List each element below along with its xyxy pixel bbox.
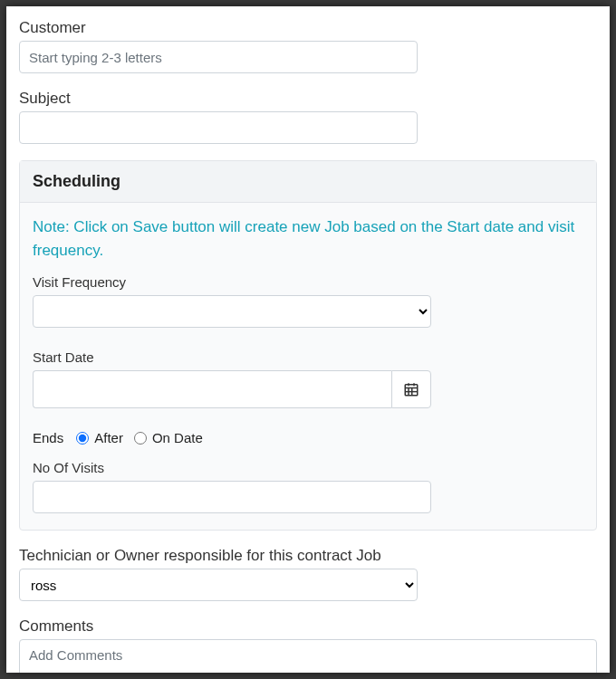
ends-after-label: After	[94, 430, 123, 445]
visit-frequency-label: Visit Frequency	[33, 274, 583, 290]
start-date-label: Start Date	[33, 349, 583, 365]
customer-input[interactable]	[19, 41, 418, 73]
calendar-icon	[403, 381, 419, 397]
technician-select[interactable]: ross	[19, 569, 418, 601]
technician-label: Technician or Owner responsible for this…	[19, 547, 597, 565]
start-date-input[interactable]	[33, 370, 391, 408]
scheduling-panel: Scheduling Note: Click on Save button wi…	[19, 160, 597, 531]
scheduling-note: Note: Click on Save button will create n…	[33, 215, 583, 262]
start-date-picker-button[interactable]	[391, 370, 431, 408]
subject-label: Subject	[19, 90, 597, 108]
comments-label: Comments	[19, 617, 597, 636]
ends-after-radio[interactable]	[76, 432, 89, 445]
scheduling-title: Scheduling	[20, 161, 596, 203]
subject-input[interactable]	[19, 111, 418, 144]
ends-on-date-label: On Date	[152, 430, 203, 445]
ends-label: Ends	[33, 430, 63, 445]
customer-label: Customer	[19, 19, 597, 37]
no-of-visits-label: No Of Visits	[33, 460, 583, 475]
visit-frequency-select[interactable]	[33, 295, 431, 328]
comments-textarea[interactable]	[19, 639, 597, 673]
no-of-visits-input[interactable]	[33, 481, 431, 513]
ends-on-date-radio[interactable]	[134, 432, 147, 445]
